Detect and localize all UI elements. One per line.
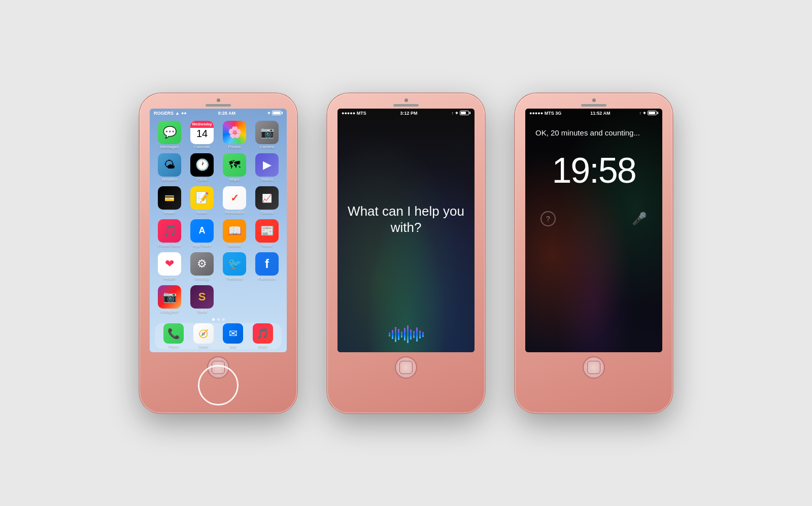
settings-icon: ⚙ xyxy=(190,252,214,276)
app-calendar[interactable]: Wednesday 14 Calendar xyxy=(187,121,217,151)
app-videos[interactable]: ▶ Videos xyxy=(252,153,282,183)
mail-icon: ✉ xyxy=(223,323,243,344)
app-photos[interactable]: 🌸 Photos xyxy=(220,121,249,151)
camera-dot-3 xyxy=(592,98,596,102)
camera-dot-2 xyxy=(404,98,408,102)
status-bar-1: ROGERS ▲ ●● 8:28 AM ✦ xyxy=(150,109,287,118)
dock-safari[interactable]: 🧭 Safari xyxy=(193,323,214,348)
app-ibooks[interactable]: 📖 iBooks xyxy=(220,219,249,249)
timer-bottom: ? 🎤 xyxy=(525,211,662,226)
app-maps[interactable]: 🗺 Maps xyxy=(220,153,249,183)
home-button-1[interactable] xyxy=(207,356,229,379)
status-left-1: ROGERS ▲ ●● xyxy=(154,111,187,116)
messages-label: Messages xyxy=(160,145,179,150)
battery-1 xyxy=(272,111,283,115)
maps-label: Maps xyxy=(229,178,240,182)
status-right-2: ↑ ✦ xyxy=(451,111,470,116)
news-label: News xyxy=(262,244,272,248)
mail-label: Mail xyxy=(230,345,236,348)
time-1: 8:28 AM xyxy=(218,111,235,116)
dock-mail[interactable]: ✉ Mail xyxy=(223,323,243,348)
app-facebook[interactable]: f Facebook xyxy=(252,252,282,282)
app-news[interactable]: 📰 News xyxy=(252,219,282,249)
wave-bar-5 xyxy=(401,331,402,338)
status-right-1: ✦ xyxy=(267,111,283,116)
itunes-icon: 🎵 xyxy=(158,219,181,243)
stocks-label: Stocks xyxy=(261,211,273,215)
app-empty-2 xyxy=(252,285,282,315)
music-label: Music xyxy=(258,345,267,348)
ibooks-icon: 📖 xyxy=(223,219,246,243)
siri-question: What can I help you with? xyxy=(337,204,475,235)
stocks-icon: 📈 xyxy=(255,186,279,210)
carrier-3: ●●●●● MTS 3G xyxy=(529,111,561,116)
app-camera[interactable]: 📷 Camera xyxy=(252,121,282,151)
wave-bar-9 xyxy=(413,331,415,338)
health-label: Health xyxy=(163,277,175,281)
wave-bar-1 xyxy=(389,332,390,336)
timer-question-button[interactable]: ? xyxy=(540,211,556,226)
app-notes[interactable]: 📝 Notes xyxy=(187,186,217,216)
wallet-label: Wallet xyxy=(164,211,175,215)
app-stocks[interactable]: 📈 Stocks xyxy=(252,186,282,216)
messages-icon: 💬 xyxy=(158,121,181,144)
bluetooth-1: ✦ xyxy=(267,111,271,116)
phone-2: ●●●●● MTS 3:12 PM ↑ ✦ What can I help yo… xyxy=(327,93,485,413)
videos-label: Videos xyxy=(261,178,273,182)
phone-top-3 xyxy=(515,93,672,107)
screen-siri: ●●●●● MTS 3:12 PM ↑ ✦ What can I help yo… xyxy=(337,109,475,352)
wave-bar-12 xyxy=(422,332,424,337)
carrier-1: ROGERS xyxy=(154,111,174,116)
wallet-icon: 💳 xyxy=(158,186,181,210)
app-weather[interactable]: 🌤 Weather xyxy=(155,153,184,183)
camera-label: Camera xyxy=(260,145,274,150)
videos-icon: ▶ xyxy=(255,153,279,177)
home-button-3[interactable] xyxy=(583,356,605,379)
home-button-inner-2 xyxy=(399,361,413,374)
signal-1: ●● xyxy=(181,111,187,116)
dock-music[interactable]: 🎵 Music xyxy=(253,323,273,348)
app-messages[interactable]: 💬 Messages xyxy=(155,121,184,151)
bluetooth-2: ✦ xyxy=(455,111,459,116)
phone-top-1 xyxy=(140,93,297,107)
clock-icon: 🕐 xyxy=(190,153,214,177)
home-button-2[interactable] xyxy=(395,356,417,379)
slack-icon: S xyxy=(190,285,214,309)
timer-message: OK, 20 minutes and counting... xyxy=(525,118,662,141)
slack-label: Slack xyxy=(197,310,207,314)
phone-label: Phone xyxy=(168,345,179,348)
app-itunes[interactable]: 🎵 iTunes Store xyxy=(155,219,184,249)
location-3: ↑ xyxy=(639,111,642,116)
battery-3 xyxy=(648,111,658,115)
carrier-2: ●●●●● MTS xyxy=(342,111,366,116)
app-wallet[interactable]: 💳 Wallet xyxy=(155,186,184,216)
phone-1: ROGERS ▲ ●● 8:28 AM ✦ 💬 Messages xyxy=(140,93,297,413)
app-health[interactable]: ❤ Health xyxy=(155,252,184,282)
camera-icon: 📷 xyxy=(255,121,279,144)
phone-3: ●●●●● MTS 3G 11:52 AM ↑ ✦ OK, 20 minutes… xyxy=(515,93,672,413)
bluetooth-3: ✦ xyxy=(642,111,647,116)
instagram-icon: 📷 xyxy=(158,285,181,309)
appstore-label: App Store xyxy=(193,244,211,248)
news-icon: 📰 xyxy=(255,219,279,243)
itunes-label: iTunes Store xyxy=(158,244,181,248)
reminders-icon: ✓ xyxy=(223,186,246,210)
app-reminders[interactable]: ✓ Reminders xyxy=(220,186,249,216)
page-dots-1 xyxy=(150,318,287,321)
phone-top-2 xyxy=(327,93,485,107)
app-slack[interactable]: S Slack xyxy=(187,285,217,315)
home-button-inner-3 xyxy=(587,361,600,374)
dock-phone[interactable]: 📞 Phone xyxy=(163,323,184,348)
app-appstore[interactable]: A App Store xyxy=(187,219,217,249)
screen-timer: ●●●●● MTS 3G 11:52 AM ↑ ✦ OK, 20 minutes… xyxy=(525,109,662,352)
app-settings[interactable]: ⚙ Settings xyxy=(187,252,217,282)
wave-bar-10 xyxy=(416,327,418,342)
app-tweetbot[interactable]: 🐦 Tweetbot xyxy=(220,252,249,282)
dot-1 xyxy=(212,318,215,321)
cal-month: Wednesday xyxy=(190,121,214,128)
clock-label: Clock xyxy=(197,178,207,182)
app-instagram[interactable]: 📷 Instagram xyxy=(155,285,184,315)
music-icon: 🎵 xyxy=(253,323,273,344)
photos-label: Photos xyxy=(228,145,241,150)
app-clock[interactable]: 🕐 Clock xyxy=(187,153,217,183)
